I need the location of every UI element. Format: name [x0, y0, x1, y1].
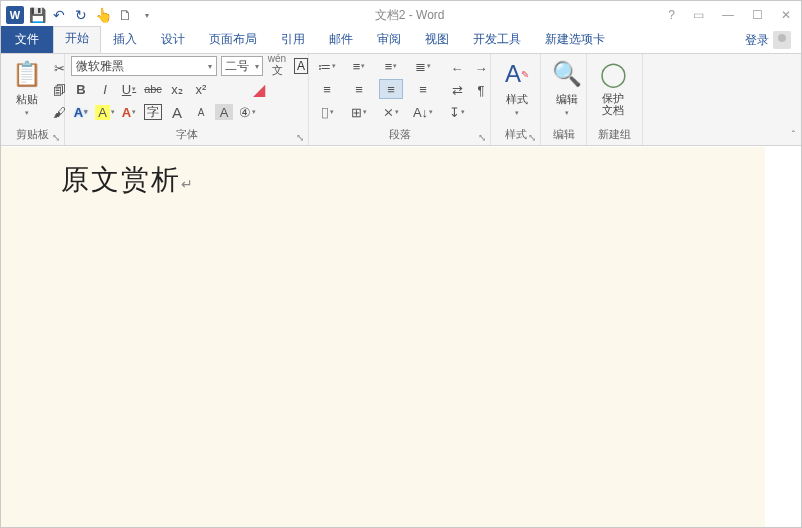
tab-references[interactable]: 引用: [269, 27, 317, 53]
paste-label: 粘贴: [16, 92, 38, 107]
phonetic-guide-button[interactable]: wén 文: [267, 56, 287, 76]
find-icon: 🔍: [551, 58, 583, 90]
word-app-icon: W: [5, 5, 25, 25]
group-label-font: 字体: [71, 127, 302, 145]
new-doc-icon[interactable]: 🗋: [115, 5, 135, 25]
font-name-select[interactable]: 微软雅黑▾: [71, 56, 217, 76]
help-icon[interactable]: ?: [668, 8, 675, 22]
group-label-paragraph: 段落: [315, 127, 484, 145]
grow-font-button[interactable]: A: [167, 102, 187, 122]
protect-doc-button[interactable]: ◯ 保护 文档: [593, 56, 633, 116]
text-direction-button[interactable]: ⇄: [447, 80, 467, 100]
align-left-button[interactable]: ≡: [315, 79, 339, 99]
qat-dropdown-icon[interactable]: ▾: [137, 5, 157, 25]
clear-format-button[interactable]: ◢: [249, 79, 269, 99]
tab-developer[interactable]: 开发工具: [461, 27, 533, 53]
align-justify-button[interactable]: ≡: [411, 79, 435, 99]
ribbon-options-icon[interactable]: ▭: [693, 8, 704, 22]
collapse-ribbon-icon[interactable]: ˆ: [792, 130, 795, 141]
bold-button[interactable]: B: [71, 79, 91, 99]
paragraph-launcher-icon[interactable]: ⤡: [476, 131, 488, 143]
char-border-button[interactable]: A: [291, 56, 311, 76]
number-list-button[interactable]: ≡: [347, 56, 371, 76]
font-size-select[interactable]: 二号▾: [221, 56, 263, 76]
touchmode-icon[interactable]: 👆: [93, 5, 113, 25]
clipboard-launcher-icon[interactable]: ⤡: [50, 131, 62, 143]
line-clear-button[interactable]: ⨯: [379, 102, 403, 122]
close-icon[interactable]: ✕: [781, 8, 791, 22]
borders-button[interactable]: ⊞: [347, 102, 371, 122]
shrink-font-button[interactable]: A: [191, 102, 211, 122]
window-title: 文档2 - Word: [161, 7, 658, 24]
text-effects-button[interactable]: A: [71, 102, 91, 122]
document-text[interactable]: 原文赏析↵: [61, 161, 195, 199]
styles-icon: A✎: [501, 58, 533, 90]
char-shading-button[interactable]: 字: [143, 102, 163, 122]
line-spacing-button[interactable]: ↧: [447, 102, 467, 122]
bullet-list-button[interactable]: ≔: [315, 56, 339, 76]
undo-icon[interactable]: ↶: [49, 5, 69, 25]
protect-label-1: 保护: [602, 92, 624, 104]
tab-insert[interactable]: 插入: [101, 27, 149, 53]
tab-mailings[interactable]: 邮件: [317, 27, 365, 53]
enclose-char-button[interactable]: ④: [237, 102, 257, 122]
login-button[interactable]: 登录: [735, 27, 801, 53]
edit-find-button[interactable]: 🔍 编辑 ▾: [547, 56, 587, 117]
styles-launcher-icon[interactable]: ⤡: [526, 131, 538, 143]
strike-button[interactable]: abc: [143, 79, 163, 99]
paste-icon: 📋: [11, 58, 43, 90]
align-center-button[interactable]: ≡: [347, 79, 371, 99]
tab-file[interactable]: 文件: [1, 26, 53, 53]
group-label-edit: 编辑: [547, 127, 580, 145]
tab-review[interactable]: 审阅: [365, 27, 413, 53]
edit-label: 编辑: [556, 92, 578, 107]
superscript-button[interactable]: x²: [191, 79, 211, 99]
login-label: 登录: [745, 32, 769, 49]
group-label-newgroup: 新建组: [593, 127, 636, 145]
char-shade-a-button[interactable]: A: [215, 104, 233, 120]
font-name-value: 微软雅黑: [76, 58, 124, 75]
paste-button[interactable]: 📋 粘贴 ▾: [7, 56, 47, 117]
avatar-icon: [773, 31, 791, 49]
tab-design[interactable]: 设计: [149, 27, 197, 53]
font-color-button[interactable]: A: [119, 102, 139, 122]
shading-button[interactable]: ⌷: [315, 102, 339, 122]
indent-inc-button[interactable]: →: [471, 58, 491, 78]
styles-label: 样式: [506, 92, 528, 107]
underline-button[interactable]: U: [119, 79, 139, 99]
paragraph-mark-icon: ↵: [181, 176, 195, 192]
tab-home[interactable]: 开始: [53, 26, 101, 53]
font-launcher-icon[interactable]: ⤡: [294, 131, 306, 143]
show-marks-button[interactable]: ¶: [471, 80, 491, 100]
tab-newtab[interactable]: 新建选项卡: [533, 27, 617, 53]
align-right-button[interactable]: ≡: [379, 79, 403, 99]
save-icon[interactable]: 💾: [27, 5, 47, 25]
indent-dec-button[interactable]: ←: [447, 58, 467, 78]
styles-button[interactable]: A✎ 样式 ▾: [497, 56, 537, 117]
sort-button[interactable]: A↓: [411, 102, 435, 122]
redo-icon[interactable]: ↻: [71, 5, 91, 25]
highlight-button[interactable]: A: [95, 102, 115, 122]
align-dist-button[interactable]: ≣: [411, 56, 435, 76]
font-size-value: 二号: [225, 58, 249, 75]
document-page[interactable]: 原文赏析↵: [1, 147, 765, 527]
subscript-button[interactable]: x₂: [167, 79, 187, 99]
tab-layout[interactable]: 页面布局: [197, 27, 269, 53]
tab-view[interactable]: 视图: [413, 27, 461, 53]
protect-label-2: 文档: [602, 104, 624, 116]
italic-button[interactable]: I: [95, 79, 115, 99]
minimize-icon[interactable]: —: [722, 8, 734, 22]
maximize-icon[interactable]: ☐: [752, 8, 763, 22]
multilevel-list-button[interactable]: ≡: [379, 56, 403, 76]
shield-icon: ◯: [597, 58, 629, 90]
